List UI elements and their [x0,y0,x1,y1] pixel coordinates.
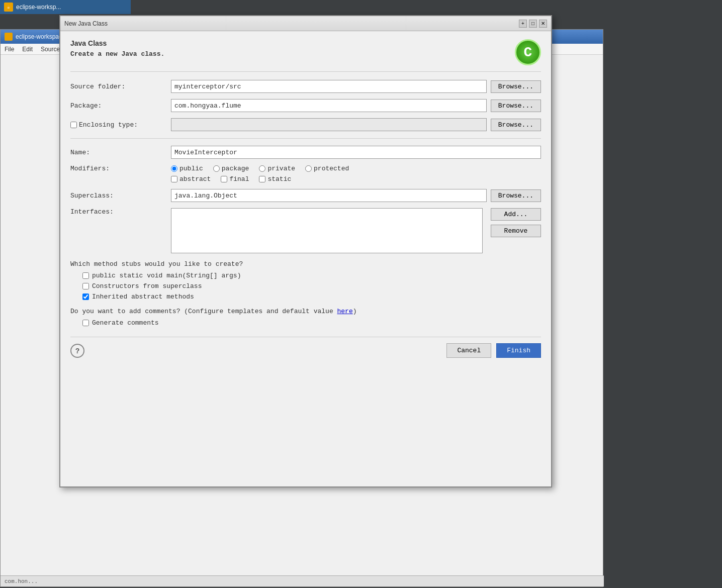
stubs-section: Which method stubs would you like to cre… [70,260,541,301]
dialog-content: Java Class Create a new Java class. C So… [60,31,551,366]
modifier-other-row: abstract final static [171,175,349,183]
taskbar: ☕ eclipse-worksp... [0,0,131,14]
interfaces-add-button[interactable]: Add... [491,208,541,221]
superclass-row: Superclass: Browse... [70,189,541,202]
interfaces-label: Interfaces: [70,208,171,216]
interfaces-textarea[interactable] [171,208,483,253]
comments-label: Do you want to add comments? (Configure … [70,308,541,315]
package-input[interactable] [171,99,487,112]
dialog-logo: C [515,39,541,65]
dialog-titlebar: New Java Class + □ ✕ [60,16,551,31]
dialog-category: Java Class [70,39,164,47]
stub-inherited[interactable]: Inherited abstract methods [82,293,541,301]
dialog-title-buttons: + □ ✕ [519,20,547,28]
menu-file[interactable]: File [5,46,14,53]
source-folder-browse-button[interactable]: Browse... [491,80,541,93]
eclipse-icon [5,33,13,41]
name-label: Name: [70,149,171,156]
superclass-label: Superclass: [70,192,171,200]
dialog-header-text: Java Class Create a new Java class. [70,39,164,58]
modifier-access-row: public package private protected [171,165,349,172]
modifiers-row: Modifiers: public package pr [70,165,541,183]
generate-comments-checkbox[interactable]: Generate comments [82,319,541,327]
interfaces-remove-button[interactable]: Remove [491,225,541,237]
dialog-description: Create a new Java class. [70,50,164,58]
status-bar: com.hon... [1,575,604,586]
cancel-button[interactable]: Cancel [446,343,491,358]
comments-here-link[interactable]: here [337,308,353,315]
modifiers-group: public package private protected [171,165,349,183]
dialog-buttons: ? Cancel Finish [70,337,541,358]
close-button[interactable]: ✕ [539,20,547,28]
source-folder-label: Source folder: [70,83,171,90]
taskbar-icon: ☕ [4,3,13,12]
modifier-static[interactable]: static [259,175,291,183]
interfaces-buttons: Add... Remove [487,208,541,237]
superclass-input[interactable] [171,189,487,202]
new-java-class-dialog: New Java Class + □ ✕ Java Class Create a… [59,15,552,487]
enclosing-type-browse-button[interactable]: Browse... [491,119,541,131]
package-row: Package: Browse... [70,99,541,112]
enclosing-type-row: Enclosing type: Browse... [70,118,541,131]
modifier-protected[interactable]: protected [305,165,349,172]
menu-edit[interactable]: Edit [22,46,33,53]
source-folder-row: Source folder: Browse... [70,80,541,93]
minimize-button[interactable]: + [519,20,527,28]
superclass-browse-button[interactable]: Browse... [491,189,541,202]
modifier-public[interactable]: public [171,165,203,172]
modifier-package[interactable]: package [213,165,249,172]
comments-section: Do you want to add comments? (Configure … [70,308,541,327]
enclosing-type-checkbox[interactable] [70,122,77,128]
package-browse-button[interactable]: Browse... [491,100,541,112]
source-folder-input[interactable] [171,80,487,93]
dialog-header: Java Class Create a new Java class. C [70,39,541,72]
taskbar-title: eclipse-worksp... [16,4,61,11]
modifiers-label: Modifiers: [70,165,171,172]
name-input[interactable] [171,146,541,159]
stub-main-method[interactable]: public static void main(String[] args) [82,272,541,279]
package-label: Package: [70,102,171,110]
menu-source[interactable]: Source [41,46,60,53]
action-buttons: Cancel Finish [446,343,541,358]
stubs-label: Which method stubs would you like to cre… [70,260,541,268]
modifier-final[interactable]: final [221,175,249,183]
interfaces-row: Interfaces: Add... Remove [70,208,541,253]
dialog-title: New Java Class [64,20,108,27]
enclosing-type-label[interactable]: Enclosing type: [70,121,171,129]
modifier-abstract[interactable]: abstract [171,175,211,183]
finish-button[interactable]: Finish [496,343,541,358]
name-row: Name: [70,146,541,159]
maximize-button[interactable]: □ [529,20,537,28]
separator-1 [70,138,541,139]
help-button[interactable]: ? [70,344,84,358]
stub-constructors[interactable]: Constructors from superclass [82,282,541,290]
status-text: com.hon... [5,578,38,584]
modifier-private[interactable]: private [259,165,295,172]
enclosing-type-input[interactable] [171,118,487,131]
